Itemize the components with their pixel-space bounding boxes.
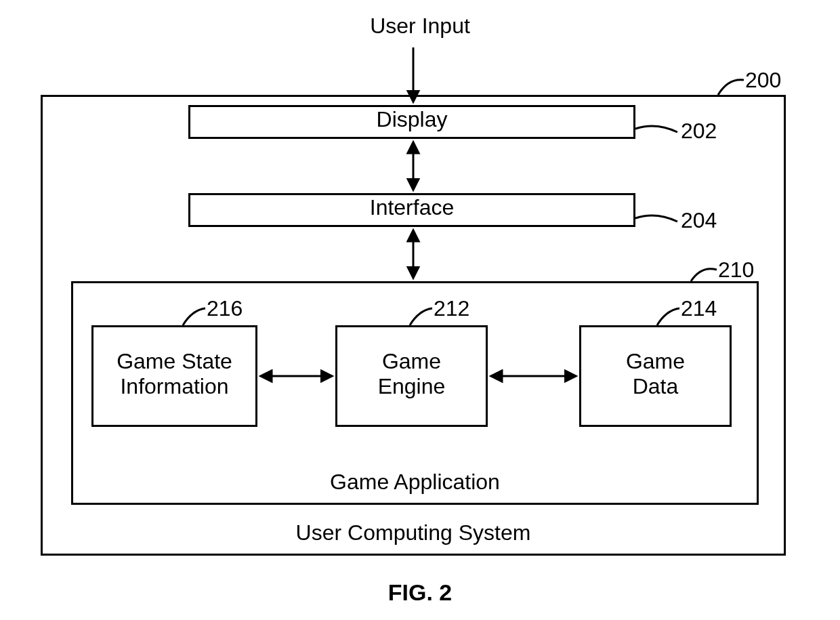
game-data-label: Game Data xyxy=(579,349,732,399)
ref-204: 204 xyxy=(681,208,717,233)
ref-202: 202 xyxy=(681,119,717,144)
display-label: Display xyxy=(188,107,635,132)
ref-216: 216 xyxy=(207,296,243,321)
ref-210: 210 xyxy=(718,257,754,283)
figure-caption: FIG. 2 xyxy=(0,579,840,606)
interface-label: Interface xyxy=(188,195,635,220)
game-application-label: Game Application xyxy=(71,470,759,495)
ref-212: 212 xyxy=(434,296,469,321)
leadline-200 xyxy=(718,80,744,95)
ref-214: 214 xyxy=(681,296,717,321)
user-computing-system-label: User Computing System xyxy=(41,520,786,545)
diagram-stage: User Input Display Interface Game Applic… xyxy=(0,0,840,620)
ref-200: 200 xyxy=(745,68,781,93)
game-state-info-label: Game State Information xyxy=(91,349,257,399)
user-input-label: User Input xyxy=(318,14,522,39)
game-engine-label: Game Engine xyxy=(335,349,488,399)
